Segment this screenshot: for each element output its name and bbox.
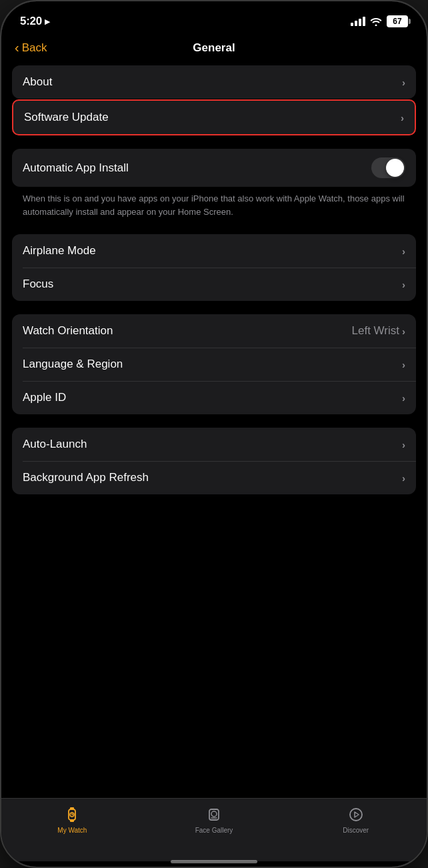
- svg-point-9: [350, 809, 362, 821]
- settings-group-1: About ›: [12, 65, 416, 99]
- about-right: ›: [402, 77, 405, 88]
- software-update-row[interactable]: Software Update ›: [13, 101, 415, 134]
- section-4: Watch Orientation Left Wrist › Language …: [12, 314, 416, 414]
- focus-chevron-icon: ›: [402, 279, 405, 290]
- settings-group-4: Watch Orientation Left Wrist › Language …: [12, 314, 416, 414]
- section-2: Automatic App Install When this is on an…: [12, 149, 416, 221]
- section-3: Airplane Mode › Focus ›: [12, 234, 416, 301]
- apple-id-label: Apple ID: [23, 391, 66, 404]
- signal-bars: [351, 17, 365, 26]
- page-title: General: [193, 41, 235, 55]
- watch-orientation-right: Left Wrist ›: [352, 324, 405, 338]
- auto-app-install-toggle[interactable]: [371, 157, 405, 178]
- background-refresh-label: Background App Refresh: [23, 471, 149, 484]
- watch-orientation-chevron-icon: ›: [402, 326, 405, 337]
- back-chevron-icon: ‹: [15, 40, 19, 55]
- focus-label: Focus: [23, 278, 53, 291]
- language-region-label: Language & Region: [23, 358, 123, 371]
- dynamic-island: [174, 9, 254, 33]
- software-update-label: Software Update: [24, 111, 109, 124]
- tab-bar: My Watch Face Gallery: [1, 798, 427, 861]
- background-refresh-chevron-icon: ›: [402, 472, 405, 484]
- software-update-right: ›: [401, 112, 404, 123]
- settings-group-5: Auto-Launch › Background App Refresh ›: [12, 428, 416, 494]
- airplane-mode-chevron-icon: ›: [402, 246, 405, 257]
- tab-face-gallery[interactable]: Face Gallery: [143, 805, 285, 834]
- settings-group-3: Airplane Mode › Focus ›: [12, 234, 416, 301]
- language-region-row[interactable]: Language & Region ›: [12, 348, 416, 381]
- apple-id-row[interactable]: Apple ID ›: [12, 381, 416, 414]
- auto-launch-row[interactable]: Auto-Launch ›: [12, 428, 416, 461]
- settings-group-2: Automatic App Install: [12, 149, 416, 187]
- language-region-chevron-icon: ›: [402, 359, 405, 370]
- signal-bar-3: [359, 19, 361, 26]
- location-icon: ▶: [45, 17, 50, 26]
- discover-icon: [347, 805, 365, 824]
- tab-face-gallery-label: Face Gallery: [195, 827, 233, 834]
- screen: 5:20 ▶ 67: [1, 1, 427, 867]
- tab-discover-label: Discover: [343, 827, 369, 834]
- airplane-mode-label: Airplane Mode: [23, 244, 96, 258]
- tab-discover[interactable]: Discover: [285, 805, 427, 834]
- language-region-right: ›: [402, 359, 405, 370]
- about-label: About: [23, 75, 52, 89]
- background-refresh-row[interactable]: Background App Refresh ›: [12, 461, 416, 494]
- content-area: About › Software Update ›: [1, 65, 427, 798]
- signal-bar-1: [351, 23, 353, 26]
- section-5: Auto-Launch › Background App Refresh ›: [12, 428, 416, 494]
- about-chevron-icon: ›: [402, 77, 405, 88]
- section-1: About › Software Update ›: [12, 65, 416, 135]
- watch-orientation-row[interactable]: Watch Orientation Left Wrist ›: [12, 314, 416, 348]
- toggle-knob: [386, 159, 404, 177]
- about-row[interactable]: About ›: [12, 65, 416, 99]
- auto-app-install-row[interactable]: Automatic App Install: [12, 149, 416, 187]
- home-bar: [171, 860, 257, 863]
- signal-bar-4: [363, 17, 365, 26]
- auto-launch-chevron-icon: ›: [402, 439, 405, 450]
- auto-launch-right: ›: [402, 439, 405, 450]
- battery: 67: [387, 15, 408, 27]
- airplane-mode-right: ›: [402, 246, 405, 257]
- svg-point-7: [211, 811, 217, 817]
- apple-id-chevron-icon: ›: [402, 392, 405, 404]
- home-indicator: [1, 861, 427, 867]
- status-right: 67: [351, 15, 408, 27]
- back-label: Back: [22, 41, 47, 55]
- apple-id-right: ›: [402, 392, 405, 404]
- tab-my-watch-label: My Watch: [57, 827, 87, 834]
- watch-orientation-label: Watch Orientation: [23, 324, 113, 338]
- focus-row[interactable]: Focus ›: [12, 268, 416, 301]
- watch-orientation-value: Left Wrist: [352, 324, 399, 338]
- auto-app-install-label: Automatic App Install: [23, 161, 129, 175]
- svg-marker-10: [355, 812, 359, 817]
- phone-frame: 5:20 ▶ 67: [0, 0, 428, 868]
- background-refresh-right: ›: [402, 472, 405, 484]
- svg-rect-2: [70, 820, 74, 822]
- focus-right: ›: [402, 279, 405, 290]
- auto-app-description: When this is on and you have apps on you…: [12, 187, 416, 221]
- nav-header: ‹ Back General: [1, 36, 427, 65]
- airplane-mode-row[interactable]: Airplane Mode ›: [12, 234, 416, 268]
- status-time: 5:20: [20, 15, 42, 28]
- back-button[interactable]: ‹ Back: [15, 41, 47, 55]
- software-update-group: Software Update ›: [12, 99, 416, 135]
- wifi-icon: [370, 17, 382, 26]
- face-gallery-icon: [205, 805, 223, 824]
- my-watch-icon: [63, 805, 81, 824]
- software-update-chevron-icon: ›: [401, 112, 404, 123]
- tab-my-watch[interactable]: My Watch: [1, 805, 143, 834]
- auto-launch-label: Auto-Launch: [23, 438, 87, 451]
- signal-bar-2: [355, 21, 357, 26]
- svg-rect-1: [70, 807, 74, 809]
